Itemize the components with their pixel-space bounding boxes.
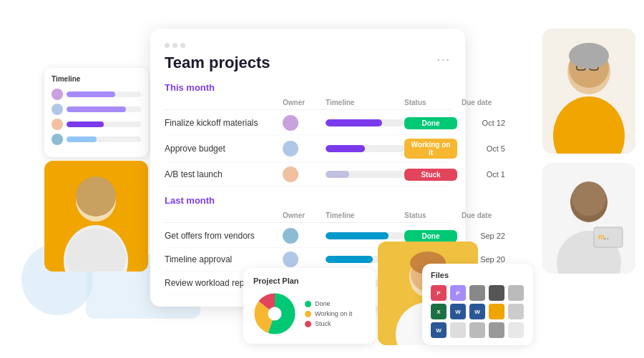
file-icon[interactable]: X bbox=[431, 304, 447, 319]
task-name: Approve budget bbox=[165, 144, 283, 154]
bar-fill bbox=[67, 136, 97, 142]
bar-fill bbox=[67, 121, 104, 127]
table-row: A/B test launch Stuck Oct 1 bbox=[165, 163, 451, 187]
file-icon[interactable]: W bbox=[469, 304, 485, 319]
files-title: Files bbox=[431, 271, 525, 279]
file-icon[interactable] bbox=[489, 304, 504, 319]
file-icon[interactable]: P bbox=[450, 285, 466, 301]
owner-avatar bbox=[283, 115, 298, 131]
owner-avatar bbox=[283, 166, 298, 182]
card-header: Team projects ··· bbox=[165, 54, 451, 72]
timeline-card-title: Timeline bbox=[52, 75, 141, 83]
file-icon[interactable] bbox=[508, 285, 524, 301]
task-name: Finalize kickoff materials bbox=[165, 118, 283, 128]
col-owner: Owner bbox=[283, 212, 326, 219]
col-task bbox=[165, 212, 283, 219]
timeline-bar bbox=[326, 232, 404, 239]
due-date: Oct 12 bbox=[462, 119, 508, 127]
legend-dot-stuck bbox=[305, 321, 311, 327]
due-date: Sep 22 bbox=[462, 232, 508, 240]
dot bbox=[172, 43, 177, 48]
col-task bbox=[165, 99, 283, 106]
col-due-date: Due date bbox=[462, 99, 508, 106]
due-date: Oct 1 bbox=[462, 170, 508, 179]
person-photo-right-bottom: m . . bbox=[542, 163, 635, 274]
project-plan-card: Project Plan Done Working on it Stuck bbox=[243, 268, 376, 344]
col-timeline: Timeline bbox=[326, 212, 404, 219]
timeline-fill bbox=[326, 171, 349, 178]
file-icon[interactable] bbox=[469, 322, 485, 338]
file-icon[interactable] bbox=[508, 322, 524, 338]
table-header: Owner Timeline Status Due date bbox=[165, 99, 451, 110]
timeline-bar bbox=[326, 145, 404, 152]
file-icon[interactable] bbox=[469, 285, 485, 301]
legend-dot-done bbox=[305, 301, 311, 307]
owner-avatar bbox=[283, 252, 298, 267]
file-icon[interactable] bbox=[489, 322, 504, 338]
person-silhouette-right-top bbox=[542, 29, 635, 154]
plan-chart-area: Done Working on it Stuck bbox=[253, 292, 366, 335]
file-icon[interactable]: P bbox=[431, 285, 447, 301]
table-row: Approve budget Working on it Oct 5 bbox=[165, 135, 451, 163]
owner-avatar bbox=[283, 141, 298, 156]
timeline-row bbox=[52, 89, 141, 100]
col-status: Status bbox=[404, 212, 462, 219]
files-grid: P P X W W W bbox=[431, 285, 525, 338]
file-icon[interactable] bbox=[450, 322, 466, 338]
file-icon[interactable] bbox=[489, 285, 504, 301]
legend-dot-working bbox=[305, 311, 311, 317]
file-icon[interactable]: W bbox=[431, 322, 447, 338]
card-title: Team projects bbox=[165, 54, 270, 72]
task-name: Get offers from vendors bbox=[165, 231, 283, 241]
bar-container bbox=[67, 91, 141, 97]
svg-point-2 bbox=[76, 176, 116, 217]
bar-container bbox=[67, 121, 141, 127]
due-date: Oct 5 bbox=[462, 144, 508, 153]
svg-point-11 bbox=[569, 43, 609, 69]
legend: Done Working on it Stuck bbox=[305, 300, 352, 327]
section-last-month: Last month bbox=[165, 195, 451, 206]
avatar bbox=[52, 104, 63, 115]
dot bbox=[180, 43, 185, 48]
legend-item-working: Working on it bbox=[305, 310, 352, 317]
legend-label-stuck: Stuck bbox=[315, 320, 331, 327]
owner-avatar bbox=[283, 228, 298, 244]
status-badge: Done bbox=[404, 117, 457, 129]
timeline-row bbox=[52, 104, 141, 115]
avatar bbox=[52, 134, 63, 145]
section-this-month: This month bbox=[165, 82, 451, 93]
col-status: Status bbox=[404, 99, 462, 106]
timeline-bar bbox=[326, 119, 404, 126]
pie-chart bbox=[253, 292, 296, 335]
task-name: Timeline approval bbox=[165, 254, 283, 264]
status-badge: Stuck bbox=[404, 169, 457, 181]
legend-label-done: Done bbox=[315, 300, 331, 307]
avatar bbox=[52, 89, 63, 100]
timeline-row bbox=[52, 134, 141, 145]
dot bbox=[165, 43, 170, 48]
more-options-icon[interactable]: ··· bbox=[437, 54, 451, 66]
bar-fill bbox=[67, 91, 115, 97]
legend-item-done: Done bbox=[305, 300, 352, 307]
file-icon[interactable]: W bbox=[450, 304, 466, 319]
status-badge: Done bbox=[404, 230, 457, 242]
svg-point-15 bbox=[572, 182, 606, 216]
bar-container bbox=[67, 106, 141, 112]
project-plan-title: Project Plan bbox=[253, 277, 366, 285]
timeline-fill bbox=[326, 256, 373, 263]
legend-label-working: Working on it bbox=[315, 310, 352, 317]
svg-text:.: . bbox=[607, 233, 609, 241]
person-silhouette-left bbox=[44, 161, 148, 272]
timeline-fill bbox=[326, 145, 365, 152]
table-header: Owner Timeline Status Due date bbox=[165, 212, 451, 223]
files-card: Files P P X W W W bbox=[422, 264, 533, 345]
svg-text:.: . bbox=[604, 233, 606, 241]
task-name: A/B test launch bbox=[165, 169, 283, 179]
timeline-fill bbox=[326, 232, 389, 239]
timeline-row bbox=[52, 119, 141, 130]
person-silhouette-right-bottom: m . . bbox=[542, 163, 635, 274]
bar-container bbox=[67, 136, 141, 142]
file-icon[interactable] bbox=[508, 304, 524, 319]
bar-fill bbox=[67, 106, 126, 112]
col-timeline: Timeline bbox=[326, 99, 404, 106]
